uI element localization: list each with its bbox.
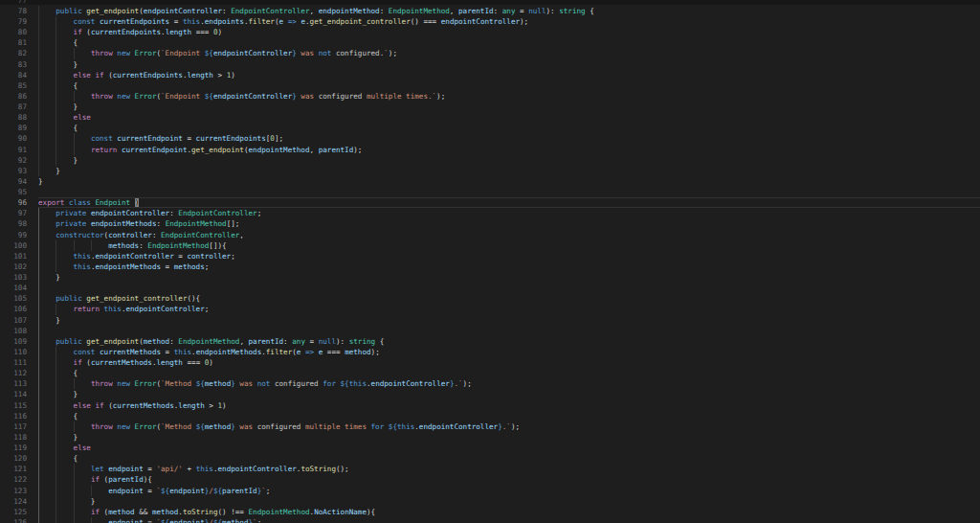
line-number: 118 xyxy=(0,432,38,443)
line-number: 82 xyxy=(0,48,38,58)
code-line[interactable]: 103 } xyxy=(0,272,980,283)
indent-guide xyxy=(74,48,75,58)
line-number: 105 xyxy=(0,293,38,304)
code-line[interactable]: 96export class Endpoint { xyxy=(0,197,980,208)
code-line[interactable]: 106 return this.endpointController; xyxy=(0,304,980,314)
code-line[interactable]: 94} xyxy=(0,176,980,187)
code-line[interactable]: 100 methods: EndpointMethod[]){ xyxy=(0,240,980,251)
code-line[interactable]: 115 else if (currentMethods.length > 1) xyxy=(0,400,980,411)
indent-guide xyxy=(38,421,39,432)
line-number: 86 xyxy=(0,91,38,102)
indent-guide xyxy=(38,315,39,326)
code-line[interactable]: 90 const currentEndpoint = currentEndpoi… xyxy=(0,133,980,144)
code-line[interactable]: 84 else if (currentEndpoints.length > 1) xyxy=(0,70,980,80)
code-line[interactable]: 118 } xyxy=(0,432,980,443)
line-number: 92 xyxy=(0,155,38,166)
code-line[interactable]: 98 private endpointMethods: EndpointMeth… xyxy=(0,218,980,229)
code-text: if (currentMethods.length === 0) xyxy=(38,357,980,368)
code-line[interactable]: 80 if (currentEndpoints.length === 0) xyxy=(0,27,980,37)
code-line[interactable]: 124 } xyxy=(0,496,980,507)
code-text: private endpointController: EndpointCont… xyxy=(38,208,980,218)
code-line[interactable]: 78 public get_endpoint(endpointControlle… xyxy=(0,6,980,16)
code-text: } xyxy=(38,176,980,187)
code-line[interactable]: 109 public get_endpoint(method: Endpoint… xyxy=(0,336,980,347)
code-text: else if (currentMethods.length > 1) xyxy=(38,400,980,411)
code-text: { xyxy=(38,411,980,421)
code-text: else xyxy=(38,112,980,123)
code-text: } xyxy=(38,315,980,326)
code-line[interactable]: 93 } xyxy=(0,166,980,176)
code-text: } xyxy=(38,59,980,70)
code-line[interactable]: 97 private endpointController: EndpointC… xyxy=(0,208,980,218)
code-line[interactable]: 91 return currentEndpoint.get_endpoint(e… xyxy=(0,145,980,155)
code-line[interactable]: 86 throw new Error(`Endpoint ${endpointC… xyxy=(0,91,980,102)
code-line[interactable]: 114 } xyxy=(0,389,980,399)
code-line[interactable]: 87 } xyxy=(0,102,980,112)
code-line[interactable]: 116 { xyxy=(0,411,980,421)
code-line[interactable]: 82 throw new Error(`Endpoint ${endpointC… xyxy=(0,48,980,58)
code-line[interactable]: 111 if (currentMethods.length === 0) xyxy=(0,357,980,368)
code-line[interactable]: 102 this.endpointMethods = methods; xyxy=(0,262,980,272)
code-line[interactable]: 83 } xyxy=(0,59,980,70)
code-line[interactable]: 89 { xyxy=(0,123,980,133)
line-number: 126 xyxy=(0,517,38,523)
indent-guide xyxy=(38,400,39,411)
code-line[interactable]: 113 throw new Error(`Method ${method} wa… xyxy=(0,378,980,389)
indent-guide xyxy=(56,304,56,314)
indent-guide xyxy=(74,464,75,474)
code-line[interactable]: 101 this.endpointController = controller… xyxy=(0,251,980,262)
code-line[interactable]: 125 if (method && method.toString() !== … xyxy=(0,507,980,517)
code-line[interactable]: 85 { xyxy=(0,80,980,91)
indent-guide xyxy=(38,27,39,37)
code-text xyxy=(38,187,980,197)
line-number: 101 xyxy=(0,251,38,262)
code-line[interactable]: 104 xyxy=(0,283,980,293)
indent-guide xyxy=(56,507,56,517)
code-line[interactable]: 119 else xyxy=(0,443,980,453)
code-text xyxy=(38,283,980,293)
code-line[interactable]: 81 { xyxy=(0,37,980,48)
code-line[interactable]: 122 if (parentId){ xyxy=(0,474,980,485)
code-line[interactable]: 107 } xyxy=(0,315,980,326)
code-line[interactable]: 88 else xyxy=(0,112,980,123)
indent-guide xyxy=(56,474,56,485)
indent-guide xyxy=(56,486,56,496)
indent-guide xyxy=(38,283,39,293)
code-text: endpoint = `${endpoint}/${parentId}`; xyxy=(38,486,980,496)
line-number: 85 xyxy=(0,80,38,91)
indent-guide xyxy=(74,486,75,496)
code-line[interactable]: 108 xyxy=(0,326,980,336)
indent-guide xyxy=(38,37,39,48)
code-line[interactable]: 121 let endpoint = 'api/' + this.endpoin… xyxy=(0,464,980,474)
code-line[interactable]: 95 xyxy=(0,187,980,197)
code-text: const currentEndpoints = this.endpoints.… xyxy=(38,16,980,27)
indent-guide xyxy=(38,80,39,91)
code-line[interactable]: 123 endpoint = `${endpoint}/${parentId}`… xyxy=(0,486,980,496)
code-text: public get_endpoint(endpointController: … xyxy=(38,6,980,16)
indent-guide xyxy=(38,59,39,70)
code-line[interactable]: 79 const currentEndpoints = this.endpoin… xyxy=(0,16,980,27)
code-line[interactable]: 117 throw new Error(`Method ${method} wa… xyxy=(0,421,980,432)
code-line[interactable]: 99 constructor(controller: EndpointContr… xyxy=(0,230,980,240)
indent-guide xyxy=(38,208,39,218)
code-line[interactable]: 126 endpoint = `${endpoint}/${method}`; xyxy=(0,517,980,523)
code-line[interactable]: 110 const currentMethods = this.endpoint… xyxy=(0,347,980,357)
line-number: 84 xyxy=(0,70,38,80)
code-text: if (currentEndpoints.length === 0) xyxy=(38,27,980,37)
indent-guide xyxy=(56,421,56,432)
indent-guide xyxy=(38,357,39,368)
indent-guide xyxy=(38,272,39,283)
indent-guide xyxy=(38,262,39,272)
code-text: private endpointMethods: EndpointMethod[… xyxy=(38,218,980,229)
line-number: 125 xyxy=(0,507,38,517)
code-line[interactable]: 92 } xyxy=(0,155,980,166)
code-line[interactable]: 112 { xyxy=(0,368,980,378)
line-number: 117 xyxy=(0,421,38,432)
indent-guide xyxy=(56,357,56,368)
code-line[interactable]: 120 { xyxy=(0,453,980,464)
code-line[interactable]: 105 public get_endpoint_controller(){ xyxy=(0,293,980,304)
indent-guide xyxy=(56,411,56,421)
code-text: throw new Error(`Endpoint ${endpointCont… xyxy=(38,48,980,58)
indent-guide xyxy=(56,378,56,389)
code-editor[interactable]: 7778 public get_endpoint(endpointControl… xyxy=(0,0,980,523)
